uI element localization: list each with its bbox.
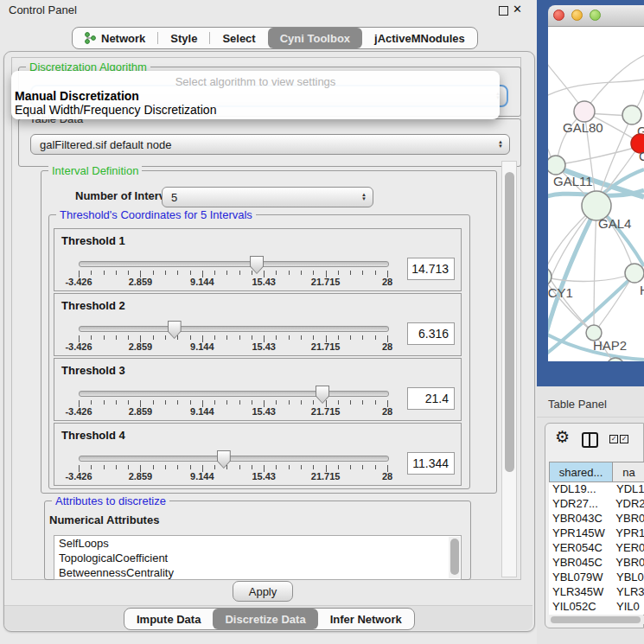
table-row[interactable]: YIL052CYIL0 [549,600,644,615]
cell-name: YBR0 [612,556,644,571]
table-row[interactable]: YBL079WYBL0 [549,571,644,585]
list-scrollbar[interactable] [449,537,460,578]
traffic-light-close-icon[interactable] [553,10,564,21]
slider-track[interactable] [79,456,389,462]
traffic-light-zoom-icon[interactable] [590,10,601,21]
network-window-titlebar[interactable] [548,5,644,27]
slider-thumb-face [218,451,230,468]
threshold-label: Threshold 1 [61,234,125,247]
checkbox-icon[interactable]: ✓ [609,435,618,443]
slider-tick [239,400,240,405]
slider-tick [153,271,154,275]
table-data-combobox[interactable]: galFiltered.sif default node ▲▼ [30,134,510,155]
slider-scale-label: 21.715 [300,277,352,287]
thresholds-group: Threshold's Coordinates for 5 Intervals … [48,214,470,489]
gear-icon[interactable]: ⚙ [555,427,570,447]
popup-item-equal-width-frequency[interactable]: Equal Width/Frequency Discretization [15,103,216,117]
slider-tick [252,400,252,405]
slider-tick [226,465,227,469]
slider-scale-label: 21.715 [300,406,352,417]
tab-discretize-data[interactable]: Discretize Data [213,609,317,629]
threshold-value-field[interactable]: 11.344 [407,452,455,475]
threshold-row: Threshold 3-3.4262.8599.14415.4321.71528… [54,358,462,421]
list-item[interactable]: SelfLoops [54,536,461,551]
slider-thumb-face [251,257,263,273]
network-node-label: GAL4 [598,216,631,231]
tab-cyni-toolbox[interactable]: Cyni Toolbox [268,28,362,48]
network-node-gal80[interactable] [574,101,595,122]
table-row[interactable]: YDR27...YDR2 [549,497,644,512]
table-row[interactable]: YLR345WYLR3 [549,585,644,600]
table-h-scrollbar[interactable] [549,615,644,624]
slider-thumb[interactable] [316,386,329,404]
threshold-value-field[interactable]: 21.4 [407,387,455,410]
table-row[interactable]: YDL19...YDL1 [549,482,644,497]
tab-impute-data[interactable]: Impute Data [124,609,213,629]
table-body[interactable]: YDL19...YDL1YDR27...YDR2YBR043CYBR0YPR14… [549,482,644,615]
network-node-label: GAL80 [563,120,603,135]
panel-scrollbar-thumb[interactable] [505,172,514,472]
table-row[interactable]: YBR043CYBR0 [549,512,644,526]
cell-name: YDL1 [613,482,644,497]
threshold-value-field[interactable]: 6.316 [407,322,455,345]
column-header-shared-name[interactable]: shared... [549,462,613,482]
slider-tick [165,400,166,405]
float-window-icon[interactable] [499,6,508,16]
slider-tick [289,271,290,275]
threshold-row: Threshold 2-3.4262.8599.14415.4321.71528… [54,293,462,356]
popup-item-manual-discretization[interactable]: Manual Discretization [15,89,139,103]
slider-thumb[interactable] [168,321,182,339]
network-canvas[interactable]: GAL80GACGAL11GAL4GCY1HHAP2 [537,0,644,386]
table-panel-title: Table Panel [548,398,607,411]
numerical-attributes-list[interactable]: SelfLoopsTopologicalCoefficientBetweenne… [54,535,462,580]
network-node-gal11[interactable] [546,156,565,175]
threshold-value-field[interactable]: 14.713 [407,258,455,280]
cell-shared-name: YLR345W [549,585,613,600]
tab-style[interactable]: Style [158,28,209,48]
apply-button[interactable]: Apply [233,581,293,602]
tab-infer-network[interactable]: Infer Network [318,609,414,629]
tab-network[interactable]: Network [73,28,157,48]
slider-tick [214,400,215,405]
network-node[interactable] [607,358,624,375]
spinner-icon[interactable]: ▲▼ [361,193,367,201]
list-scrollbar-thumb[interactable] [450,539,459,575]
slider-scale-label: 21.715 [300,341,352,352]
network-node-ga[interactable] [622,105,641,124]
close-icon[interactable]: ✕ [513,3,522,16]
slider-scale-label: 9.144 [176,406,228,417]
table-row[interactable]: YPR145WYPR1 [549,526,644,541]
table-h-scrollbar-thumb[interactable] [551,616,641,623]
list-item[interactable]: BetweennessCentrality [54,565,461,580]
slider-tick [104,465,105,469]
network-node-gcy1[interactable] [537,267,552,286]
network-node-h[interactable] [625,264,644,283]
slider-track[interactable] [79,391,389,397]
table-row[interactable]: YER054CYER0 [549,541,644,556]
tab-select[interactable]: Select [210,28,267,48]
slider-tick [153,335,154,340]
panel-scrollbar[interactable] [501,161,517,577]
spinner-icon[interactable]: ▲▼ [498,140,503,149]
attributes-title: Attributes to discretize [52,494,169,507]
slider-tick [91,465,92,469]
tab-jactivemnodules[interactable]: jActiveMNodules [362,28,477,48]
checkbox-icon[interactable]: ✓ [620,435,628,443]
slider-track[interactable] [79,261,389,267]
slider-thumb[interactable] [217,450,231,469]
slider-scale-label: 28 [361,341,413,352]
slider-track[interactable] [79,326,389,332]
column-header-name[interactable]: na [613,462,644,482]
slider-thumb-face [316,386,328,403]
table-row[interactable]: YBR045CYBR0 [549,556,644,571]
split-columns-icon[interactable] [582,432,598,448]
table-panel-window: ⚙ ✓ ✓ shared... na YDL19...YDL1YDR27...Y… [545,423,644,628]
list-item[interactable]: TopologicalCoefficient [54,551,461,565]
network-node-label: HAP2 [593,338,627,353]
cell-shared-name: YIL052C [549,600,613,615]
slider-tick [338,271,339,275]
number-of-intervals-combobox[interactable]: 5 ▲▼ [162,187,373,207]
numerical-attributes-label: Numerical Attributes [49,513,159,526]
traffic-light-minimize-icon[interactable] [571,10,583,21]
table-panel-titlebar: Table Panel [537,386,644,418]
